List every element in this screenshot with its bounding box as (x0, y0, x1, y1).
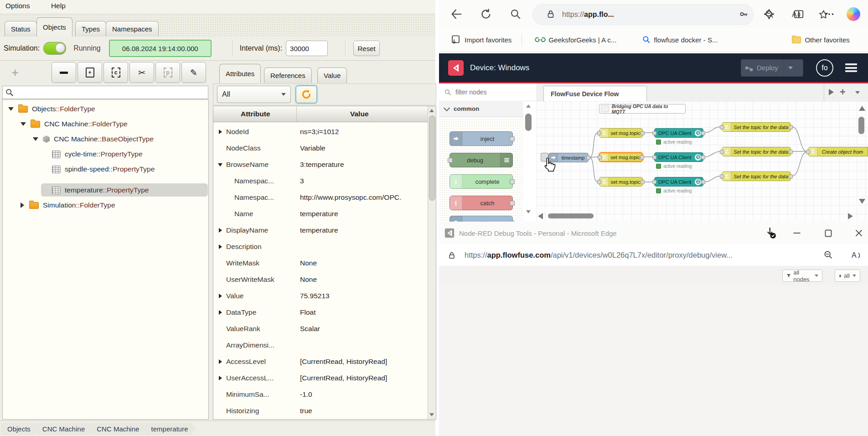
breadcrumb-temperature[interactable]: temperature (145, 423, 196, 435)
debug-filter-button[interactable]: all nodes (782, 270, 822, 282)
tree-item-cnc-folder[interactable]: CNC Machine::FolderType (21, 117, 128, 131)
tree-item-temperature[interactable]: temperature::PropertyType (52, 183, 149, 197)
tab-types[interactable]: Types (75, 21, 106, 36)
output-port[interactable] (640, 155, 644, 159)
scroll-up-icon[interactable] (429, 109, 434, 112)
comment-node[interactable]: Bridging OPC UA data to MQTT (599, 104, 686, 114)
simulation-datetime[interactable]: 06.08.2024 19:14:00.000 (109, 40, 212, 57)
table-row[interactable]: UserAccessL...[CurrentRead, HistoryRead] (213, 370, 428, 386)
output-port[interactable] (641, 131, 645, 135)
output-port[interactable] (641, 180, 645, 184)
flow-node-opcua-client-3[interactable]: OPC UA Client (654, 177, 703, 187)
palette-node-complete[interactable]: ! complete (450, 174, 513, 189)
favorite-geeksforgeeks[interactable]: GeeksforGeeks | A c... (548, 36, 616, 44)
table-row[interactable]: DisplayNametemperature (213, 222, 428, 239)
input-port[interactable] (806, 150, 810, 154)
scroll-down-icon[interactable] (429, 413, 434, 416)
expander-icon[interactable] (33, 137, 38, 141)
address-bar[interactable]: https://app.flo... A (532, 4, 754, 25)
tree-item-spindle-speed[interactable]: spindle-speed::PropertyType (52, 162, 155, 176)
input-port[interactable] (720, 150, 724, 154)
tab-scroll-right-icon[interactable] (829, 89, 834, 95)
scroll-down-icon[interactable] (526, 210, 531, 213)
flow-list-chevron-icon[interactable] (855, 91, 860, 94)
breadcrumb-objects[interactable]: Objects (1, 423, 39, 435)
output-port[interactable] (789, 150, 793, 154)
table-row[interactable]: ValueRankScalar (213, 321, 428, 337)
table-row[interactable]: NodeIdns=3;i=1012 (213, 124, 428, 140)
table-scrollbar[interactable] (428, 106, 436, 419)
tab-value[interactable]: Value (317, 67, 347, 83)
expander-icon[interactable] (8, 107, 14, 111)
scrollbar-thumb[interactable] (525, 114, 532, 131)
favorite-flowfuse-docker[interactable]: flowfuse docker - S... (654, 36, 718, 44)
table-row[interactable]: BrowseName3:temperature (213, 156, 428, 173)
input-port[interactable] (598, 155, 602, 159)
site-lock-icon[interactable] (546, 9, 556, 19)
scrollbar-thumb[interactable] (429, 115, 435, 201)
table-row[interactable]: Namespac...3 (213, 173, 428, 189)
settings-more-icon[interactable] (823, 8, 835, 20)
flow-node-set-msg-topic-1[interactable]: set msg.topic (599, 128, 643, 138)
palette-filter-input[interactable] (455, 88, 525, 96)
palette-node-debug[interactable]: debug (450, 153, 513, 167)
interval-input[interactable] (286, 41, 328, 56)
flow-node-set-topic-1[interactable]: Set the topic for the data (722, 122, 791, 132)
simulation-toggle[interactable] (43, 42, 66, 55)
output-port[interactable] (586, 156, 590, 160)
tab-references[interactable]: References (264, 67, 312, 83)
tree-item-cycle-time[interactable]: cycle-time::PropertyType (52, 147, 143, 161)
input-port[interactable] (720, 174, 724, 178)
site-lock-icon[interactable] (447, 251, 456, 260)
download-icon[interactable] (764, 226, 777, 240)
table-row[interactable]: UserWriteMaskNone (213, 271, 428, 288)
flow-node-set-topic-3[interactable]: Set the topic for the data (722, 171, 791, 181)
expander-icon[interactable] (21, 122, 26, 126)
close-button[interactable] (853, 227, 865, 239)
table-row[interactable]: Description (213, 239, 428, 255)
add-node-button[interactable]: + (3, 62, 27, 83)
flow-node-opcua-client-1[interactable]: OPC UA Client (654, 128, 703, 138)
copy-button[interactable]: c (103, 62, 128, 83)
input-port[interactable] (652, 131, 656, 135)
user-avatar[interactable]: fo (816, 59, 833, 77)
table-row[interactable]: Value75.95213 (213, 288, 428, 304)
minimize-button[interactable] (791, 227, 803, 239)
scroll-up-icon[interactable] (526, 104, 531, 108)
flow-node-set-topic-2[interactable]: Set the topic for the data (722, 147, 791, 156)
flow-node-set-msg-topic-3[interactable]: set msg.topic (599, 177, 643, 187)
hscroll-right-icon[interactable] (848, 213, 853, 219)
reset-button[interactable]: Reset (353, 41, 380, 56)
input-port[interactable] (652, 155, 656, 159)
output-port[interactable] (789, 125, 793, 129)
back-button[interactable] (450, 8, 463, 21)
hscrollbar-thumb[interactable] (548, 213, 594, 218)
search-icon[interactable] (510, 8, 522, 20)
vscrollbar-thumb[interactable] (858, 117, 864, 134)
vscroll-down-icon[interactable] (859, 199, 865, 204)
menu-options[interactable]: Options (0, 0, 35, 12)
output-port[interactable] (789, 174, 793, 178)
table-row[interactable]: AccessLevel[CurrentRead, HistoryRead] (213, 353, 428, 370)
tab-attributes[interactable]: Attributes (219, 64, 261, 83)
table-row[interactable]: DataTypeFloat (213, 304, 428, 321)
breadcrumb-cnc-machine-2[interactable]: CNC Machine (90, 423, 147, 435)
expander-icon[interactable] (21, 202, 24, 208)
other-favorites[interactable]: Other favorites (805, 36, 849, 44)
table-row[interactable]: WriteMaskNone (213, 255, 428, 271)
hamburger-menu-icon[interactable] (845, 63, 857, 72)
cut-button[interactable]: ✂ (129, 62, 154, 83)
flow-node-create-object[interactable]: Create object from (808, 147, 868, 156)
output-port[interactable] (701, 131, 705, 135)
import-favorites-link[interactable]: Import favorites (465, 36, 512, 44)
debug-clear-button[interactable]: all (835, 270, 860, 282)
palette-node-inject[interactable]: inject (450, 131, 513, 146)
input-port[interactable] (720, 125, 724, 129)
tab-flowfuse-device-flow[interactable]: FlowFuse Device Flow (543, 86, 647, 102)
tree-search-input[interactable] (14, 87, 208, 98)
maximize-button[interactable] (822, 227, 834, 239)
read-aloud-icon[interactable]: A (851, 250, 862, 261)
copilot-icon[interactable] (847, 7, 860, 21)
remove-node-button[interactable] (52, 62, 76, 83)
tree-item-cnc-object[interactable]: CNC Machine::BaseObjectType (33, 132, 154, 146)
